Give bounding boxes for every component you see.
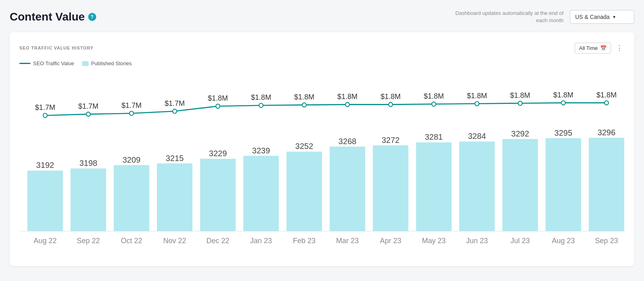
legend-line-label: SEO Traffic Value xyxy=(33,60,74,66)
chart-section-title: SEO TRAFFIC VALUE HISTORY xyxy=(19,45,93,50)
dot-sep22 xyxy=(86,112,90,116)
bar-jan23 xyxy=(243,156,279,231)
x-label-jul23: Jul 23 xyxy=(510,236,530,245)
bar-aug22 xyxy=(27,171,63,231)
svg-text:3292: 3292 xyxy=(511,129,529,138)
x-label-oct22: Oct 22 xyxy=(121,236,142,245)
svg-text:$1.8M: $1.8M xyxy=(380,92,400,101)
x-label-jan23: Jan 23 xyxy=(250,236,272,245)
svg-text:3284: 3284 xyxy=(468,131,486,140)
region-label: US & Canada xyxy=(575,14,610,20)
auto-update-text: Dashboard updates automatically at the e… xyxy=(455,10,564,24)
time-filter-label: All Time xyxy=(579,45,598,51)
x-label-nov22: Nov 22 xyxy=(163,236,186,245)
chart-area: 3192 3198 3209 3215 3229 3239 3252 3268 … xyxy=(19,71,625,256)
dot-nov22 xyxy=(173,109,177,113)
dot-aug23 xyxy=(561,101,566,105)
x-label-aug22: Aug 22 xyxy=(34,236,57,245)
legend-bar-item: Published Stories xyxy=(82,60,132,66)
dot-may23 xyxy=(432,102,436,106)
dot-jul23 xyxy=(518,101,522,105)
page-header: Content Value ? Dashboard updates automa… xyxy=(10,10,634,24)
svg-text:3272: 3272 xyxy=(382,135,400,145)
main-chart-svg: 3192 3198 3209 3215 3229 3239 3252 3268 … xyxy=(19,71,625,256)
dot-feb23 xyxy=(302,103,306,107)
chevron-down-icon: ▾ xyxy=(613,14,615,20)
x-label-mar23: Mar 23 xyxy=(336,236,359,245)
legend-bar-swatch xyxy=(82,61,89,66)
bar-sep22 xyxy=(70,169,106,231)
svg-text:$1.7M: $1.7M xyxy=(35,103,55,112)
svg-text:$1.8M: $1.8M xyxy=(467,91,487,100)
bar-nov22 xyxy=(157,163,192,231)
bar-mar23 xyxy=(330,147,365,231)
x-label-apr23: Apr 23 xyxy=(380,236,401,245)
svg-text:3239: 3239 xyxy=(252,146,270,155)
header-right: Dashboard updates automatically at the e… xyxy=(455,10,634,24)
svg-text:$1.8M: $1.8M xyxy=(553,91,574,99)
bar-aug23 xyxy=(545,138,581,231)
svg-text:3215: 3215 xyxy=(166,153,184,163)
svg-text:3192: 3192 xyxy=(36,160,54,169)
chart-legend: SEO Traffic Value Published Stories xyxy=(19,60,625,66)
svg-text:$1.8M: $1.8M xyxy=(424,92,444,100)
chart-header: SEO TRAFFIC VALUE HISTORY All Time 📅 ⋮ xyxy=(19,42,625,54)
dot-oct22 xyxy=(130,112,134,116)
dot-mar23 xyxy=(345,103,349,107)
bar-sep23 xyxy=(589,138,624,231)
svg-text:3295: 3295 xyxy=(554,128,572,137)
dot-sep23 xyxy=(605,101,609,105)
svg-text:3296: 3296 xyxy=(598,128,616,137)
svg-text:3281: 3281 xyxy=(425,132,443,141)
bar-jul23 xyxy=(502,139,538,231)
svg-text:3268: 3268 xyxy=(339,136,357,146)
x-label-sep23: Sep 23 xyxy=(595,236,618,245)
svg-text:3229: 3229 xyxy=(209,149,227,158)
x-label-jun23: Jun 23 xyxy=(466,236,488,245)
svg-text:3252: 3252 xyxy=(295,141,314,151)
chart-card: SEO TRAFFIC VALUE HISTORY All Time 📅 ⋮ S… xyxy=(10,32,634,266)
x-label-dec22: Dec 22 xyxy=(206,236,229,245)
svg-text:$1.8M: $1.8M xyxy=(510,91,530,99)
help-icon[interactable]: ? xyxy=(88,13,96,21)
dot-jan23 xyxy=(259,103,263,107)
legend-line-swatch xyxy=(19,63,31,64)
dot-jun23 xyxy=(475,102,479,106)
x-label-feb23: Feb 23 xyxy=(293,236,316,245)
svg-text:$1.7M: $1.7M xyxy=(78,102,98,110)
x-label-sep22: Sep 22 xyxy=(77,236,100,245)
calendar-icon: 📅 xyxy=(600,45,607,51)
bar-dec22 xyxy=(200,159,235,231)
legend-bar-label: Published Stories xyxy=(91,60,132,66)
svg-text:$1.8M: $1.8M xyxy=(294,93,314,101)
legend-line-item: SEO Traffic Value xyxy=(19,60,74,66)
chart-controls: All Time 📅 ⋮ xyxy=(575,42,625,54)
time-filter-button[interactable]: All Time 📅 xyxy=(575,43,611,54)
region-select[interactable]: US & Canada ▾ xyxy=(570,10,634,24)
svg-text:$1.8M: $1.8M xyxy=(251,93,271,101)
dot-apr23 xyxy=(388,103,392,107)
x-label-aug23: Aug 23 xyxy=(552,236,575,245)
more-options-icon[interactable]: ⋮ xyxy=(614,42,625,54)
bar-feb23 xyxy=(287,152,322,231)
page-title: Content Value xyxy=(10,10,85,23)
title-wrap: Content Value ? xyxy=(10,10,96,23)
dot-aug22 xyxy=(43,114,47,118)
svg-text:3209: 3209 xyxy=(122,155,140,164)
svg-text:$1.7M: $1.7M xyxy=(122,101,142,110)
bar-may23 xyxy=(416,143,452,231)
svg-text:$1.8M: $1.8M xyxy=(597,91,617,99)
x-label-may23: May 23 xyxy=(422,236,446,245)
svg-text:$1.7M: $1.7M xyxy=(165,99,185,107)
bar-jun23 xyxy=(459,142,495,231)
bar-apr23 xyxy=(373,145,408,231)
dot-dec22 xyxy=(216,104,220,108)
svg-text:$1.8M: $1.8M xyxy=(208,94,228,102)
svg-text:3198: 3198 xyxy=(79,158,97,167)
svg-text:$1.8M: $1.8M xyxy=(337,92,357,101)
bar-oct22 xyxy=(114,165,149,231)
